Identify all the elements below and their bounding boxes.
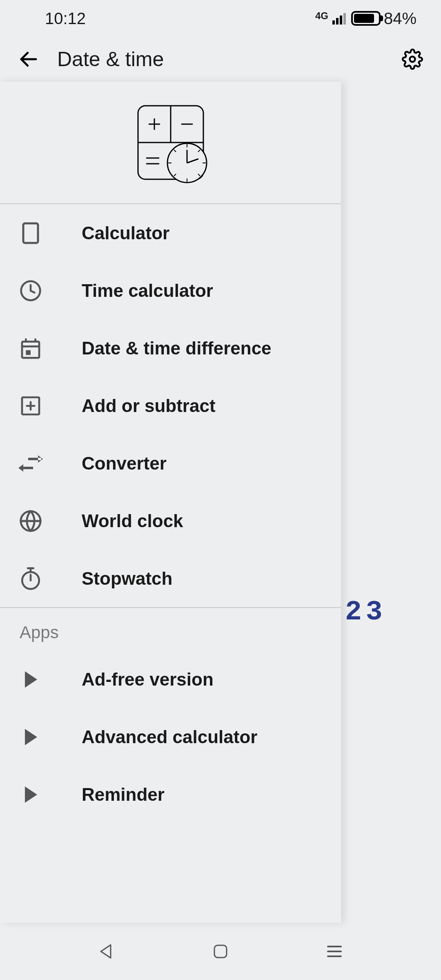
arrows-swap-icon (18, 454, 43, 472)
play-icon (22, 728, 39, 746)
drawer-section-apps: Apps (0, 607, 341, 650)
svg-rect-27 (22, 341, 39, 358)
arrow-left-icon (18, 48, 40, 70)
battery-percent: 84% (384, 9, 416, 28)
nav-item-time-calculator[interactable]: Time calculator (0, 262, 341, 319)
settings-button[interactable] (400, 49, 425, 70)
back-button[interactable] (16, 48, 41, 70)
stopwatch-icon (19, 566, 42, 591)
app-bar: Date & time (0, 37, 441, 82)
nav-item-label: Converter (82, 453, 167, 474)
svg-rect-31 (26, 350, 31, 355)
status-right: 4G 84% (315, 9, 416, 28)
nav-item-label: Advanced calculator (82, 727, 257, 747)
nav-item-add-subtract[interactable]: Add or subtract (0, 377, 341, 434)
nav-back-button[interactable] (98, 942, 116, 960)
navigation-drawer: Calculator Time calculator Date & time d… (0, 82, 341, 923)
gear-icon (402, 49, 423, 70)
clock-icon (19, 279, 42, 302)
network-indicator: 4G (315, 10, 328, 22)
svg-rect-3 (343, 13, 346, 24)
nav-item-date-time-difference[interactable]: Date & time difference (0, 319, 341, 377)
status-time: 10:12 (45, 9, 86, 28)
nav-home-button[interactable] (212, 943, 229, 960)
signal-icon (332, 12, 347, 24)
svg-rect-45 (214, 945, 227, 958)
nav-item-label: Reminder (82, 784, 165, 805)
calendar-icon (19, 337, 42, 360)
nav-item-label: World clock (82, 511, 183, 531)
nav-item-reminder[interactable]: Reminder (0, 766, 341, 823)
globe-icon (19, 509, 42, 533)
nav-item-ad-free[interactable]: Ad-free version (0, 650, 341, 708)
status-bar: 10:12 4G 84% (0, 0, 441, 37)
svg-marker-44 (101, 945, 111, 958)
triangle-back-icon (98, 942, 116, 960)
svg-rect-25 (23, 223, 38, 243)
nav-item-calculator[interactable]: Calculator (0, 204, 341, 262)
battery-indicator: 84% (351, 9, 416, 28)
svg-rect-0 (332, 20, 335, 24)
nav-item-label: Ad-free version (82, 669, 214, 690)
svg-marker-42 (25, 729, 37, 745)
nav-item-stopwatch[interactable]: Stopwatch (0, 550, 341, 607)
rectangle-portrait-icon (21, 222, 40, 245)
page-title: Date & time (57, 47, 384, 71)
nav-item-label: Calculator (82, 223, 169, 243)
nav-item-world-clock[interactable]: World clock (0, 492, 341, 550)
nav-recent-button[interactable] (325, 943, 343, 960)
svg-point-5 (410, 57, 415, 62)
play-icon (22, 786, 39, 804)
nav-item-label: Add or subtract (82, 396, 216, 416)
nav-item-label: Time calculator (82, 281, 213, 301)
svg-marker-43 (25, 786, 37, 803)
app-logo-icon (130, 102, 212, 183)
background-value: 23 (345, 596, 387, 628)
nav-item-label: Stopwatch (82, 568, 172, 589)
square-home-icon (212, 943, 229, 960)
plus-box-icon (19, 394, 42, 417)
nav-item-converter[interactable]: Converter (0, 434, 341, 492)
system-nav-bar (0, 923, 441, 980)
nav-item-label: Date & time difference (82, 338, 272, 359)
play-icon (22, 670, 39, 688)
svg-rect-2 (340, 16, 342, 24)
menu-recent-icon (325, 943, 343, 960)
nav-item-advanced-calculator[interactable]: Advanced calculator (0, 708, 341, 766)
svg-rect-1 (336, 18, 339, 24)
svg-marker-41 (25, 671, 37, 688)
drawer-header-logo (0, 82, 341, 204)
